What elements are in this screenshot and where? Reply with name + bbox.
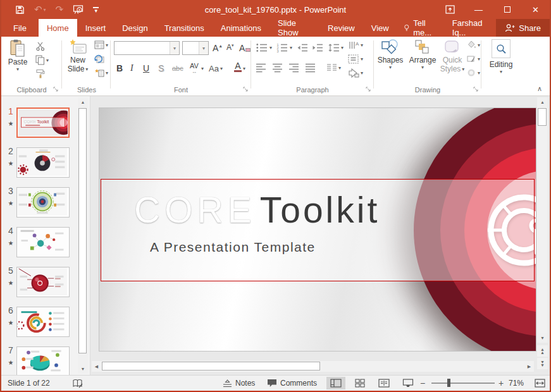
slide-sorter-view-button[interactable] [350,377,369,389]
reading-view-button[interactable] [375,377,393,389]
zoom-slider-track[interactable] [431,383,495,384]
zoom-level[interactable]: 71% [509,376,524,391]
font-size-value[interactable] [183,42,199,54]
maximize-button[interactable] [493,0,521,19]
slide-indicator[interactable]: Slide 1 of 22 [8,376,50,391]
font-name-dropdown[interactable]: ▾ [170,42,179,54]
undo-button[interactable]: ↶▾ [34,4,46,15]
font-color-caret[interactable]: ▾ [243,66,245,71]
slide-layout-button[interactable]: ▾ [94,40,108,49]
slide-canvas[interactable]: COREToolkit A Presentation Template [99,107,536,352]
title-toolkit[interactable]: Toolkit [260,190,380,230]
cut-button[interactable] [35,41,46,51]
slide-7-preview[interactable] [16,346,70,377]
paste-button[interactable]: Paste ▾ [5,39,30,72]
align-center-button[interactable] [272,63,283,73]
shapes-button[interactable]: Shapes ▾ [376,39,405,70]
justify-button[interactable] [305,63,316,73]
format-painter-button[interactable] [35,69,46,79]
scroll-left-arrow[interactable]: ◀ [92,361,101,372]
new-slide-button[interactable]: New Slide▾ [64,39,92,73]
slide-2-preview[interactable] [16,147,70,178]
slide-6-preview[interactable] [16,307,70,337]
shape-outline-button[interactable]: ▾ [467,54,480,63]
notes-button[interactable]: Notes [223,376,255,391]
shape-fill-button[interactable]: ▾ [467,40,480,49]
font-dialog-launcher[interactable] [242,85,249,93]
slide-1-preview[interactable]: COREToolkit [16,107,70,138]
fit-slide-to-window-button[interactable] [530,377,549,389]
zoom-in-button[interactable]: + [498,376,504,391]
thumbnail-slide-1[interactable]: 1 ★ COREToolkit [5,106,76,138]
drawing-dialog-launcher[interactable] [472,85,480,93]
title-core[interactable]: CORE [134,190,256,230]
thumbnail-slide-2[interactable]: 2 ★ [5,146,76,178]
tab-file[interactable]: File [1,19,39,37]
shape-effects-button[interactable]: ▾ [467,68,480,77]
align-right-button[interactable] [288,63,299,73]
quick-styles-button[interactable]: Quick Styles▾ [439,39,466,73]
tab-review[interactable]: Review [319,19,363,37]
clipboard-dialog-launcher[interactable] [52,85,59,93]
ribbon-display-options-button[interactable] [436,0,464,19]
thumbnail-slide-3[interactable]: 3 ★ [5,186,76,217]
vertical-scrollbar[interactable]: ▲ ▼ [537,97,548,343]
bullets-button[interactable]: ▾ [256,43,272,52]
align-left-button[interactable] [256,63,266,73]
shrink-font-button[interactable]: A▾ [226,43,234,52]
tab-transitions[interactable]: Transitions [156,19,213,37]
zoom-slider-thumb[interactable] [447,379,450,387]
grow-font-button[interactable]: A▲ [213,43,223,53]
font-name-value[interactable] [115,42,170,54]
slide-4-preview[interactable] [16,227,70,257]
redo-button[interactable]: ↷ [56,4,64,15]
thumbnail-slide-6[interactable]: 6 ★ [5,305,76,337]
section-button[interactable]: ▾ [94,68,108,78]
minimize-button[interactable]: — [464,0,493,19]
account-name[interactable]: Farshad Iq... [446,19,497,37]
align-text-button[interactable]: ▾ [348,54,363,64]
tab-view[interactable]: View [363,19,397,37]
zoom-out-button[interactable]: − [420,376,425,391]
text-shadow-button[interactable]: S [158,63,164,73]
slide-show-view-button[interactable] [399,377,418,389]
font-size-dropdown[interactable]: ▾ [199,42,208,54]
underline-button[interactable]: U [143,63,149,73]
increase-indent-button[interactable] [311,43,323,52]
thumb-scroll-down-arrow[interactable]: ▼ [78,364,88,374]
line-spacing-button[interactable]: ▾ [328,43,344,52]
thumbnail-slide-7[interactable]: 7 ★ [5,345,76,377]
tab-animations[interactable]: Animations [213,19,269,37]
close-button[interactable]: ✕ [521,0,550,19]
thumb-scroll-up-arrow[interactable]: ▲ [78,97,88,107]
tab-slide-show[interactable]: Slide Show [269,19,319,37]
numbering-button[interactable]: 123 ▾ [276,43,292,52]
customize-qat-button[interactable]: ▾ [93,7,99,12]
vertical-scrollbar-thumb[interactable] [538,108,547,126]
comments-button[interactable]: Comments [267,376,317,391]
character-spacing-button[interactable]: AV↔ [190,63,199,75]
paragraph-dialog-launcher[interactable] [364,85,372,93]
case-caret[interactable]: ▾ [220,66,223,71]
normal-view-button[interactable] [326,377,345,389]
clear-formatting-button[interactable]: A [239,43,251,53]
thumb-scrollbar-thumb[interactable] [78,108,87,353]
reset-slide-button[interactable] [94,54,104,64]
scroll-down-arrow[interactable]: ▼ [537,333,548,343]
editing-button[interactable]: Editing ▾ [485,39,517,75]
slide-subtitle[interactable]: A Presentation Template [150,240,316,255]
strikethrough-button[interactable]: abc [172,64,183,72]
tell-me-box[interactable]: Tell me... [397,19,446,37]
convert-smartart-button[interactable]: ▾ [348,68,363,78]
tab-design[interactable]: Design [114,19,156,37]
thumbnail-scrollbar[interactable]: ▲ ▼ [78,97,88,374]
tab-home[interactable]: Home [39,19,77,37]
arrange-button[interactable]: Arrange ▾ [407,39,438,70]
font-size-combo[interactable]: ▾ [182,41,209,55]
spacing-caret[interactable]: ▾ [201,66,204,71]
change-case-button[interactable]: Aa [209,64,219,73]
slide-3-preview[interactable] [16,187,70,217]
start-from-beginning-button[interactable] [73,4,84,15]
horizontal-scrollbar-thumb[interactable] [102,362,320,371]
decrease-indent-button[interactable] [296,43,308,52]
